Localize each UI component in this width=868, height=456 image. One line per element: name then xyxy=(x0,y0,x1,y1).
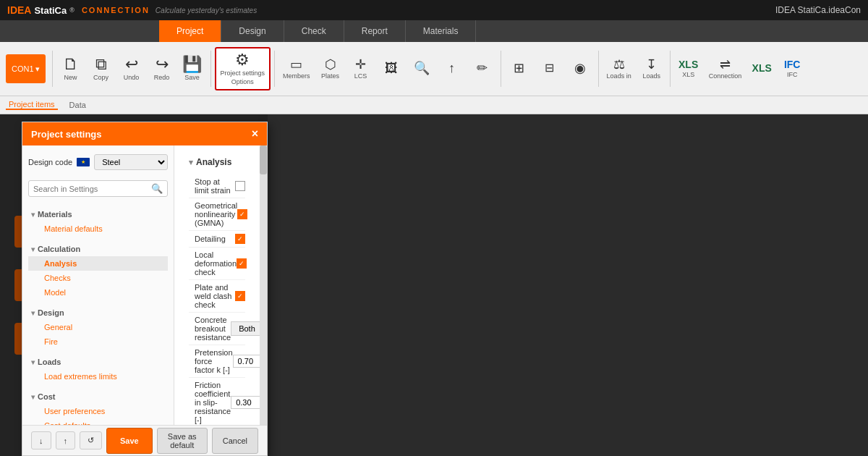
footer-down-button[interactable]: ↓ xyxy=(31,431,51,449)
plate-weld-checkbox[interactable]: ✓ xyxy=(235,291,245,301)
sub-tab-project-items[interactable]: Project items xyxy=(6,100,58,110)
sidebar-item-model[interactable]: Model xyxy=(28,285,168,300)
tab-report[interactable]: Report xyxy=(344,20,406,42)
logo-idea-text: IDEA xyxy=(7,4,31,16)
loads-chevron-icon: ▾ xyxy=(31,358,35,366)
gmna-checkbox[interactable]: ✓ xyxy=(237,209,247,219)
weld-button[interactable]: ◉ xyxy=(566,47,595,90)
copy-label: Copy xyxy=(93,74,109,81)
settings-row-gmna: Geometrical nonlinearity (GMNA) ✓ xyxy=(189,198,245,231)
cancel-button[interactable]: Cancel xyxy=(212,428,258,454)
local-deformation-control: ✓ xyxy=(237,258,247,269)
search-input[interactable] xyxy=(33,185,151,193)
lcs-label: LCS xyxy=(354,72,367,80)
sidebar-item-load-extremes[interactable]: Load extremes limits xyxy=(28,369,168,384)
calculation-section-header[interactable]: ▾ Calculation xyxy=(28,242,168,256)
table-button[interactable]: ⊟ xyxy=(535,47,564,90)
concrete-select[interactable]: Both Tension Shear None xyxy=(231,321,260,336)
new-button[interactable]: 🗋 New xyxy=(56,47,85,90)
xls-button[interactable]: XLS XLS xyxy=(674,47,703,90)
undo-label: Undo xyxy=(124,74,140,81)
top-bar: IDEA StatiCa ® CONNECTION Calculate yest… xyxy=(0,0,868,20)
gmna-control: ✓ xyxy=(237,209,247,219)
con1-button[interactable]: CON1 ▾ xyxy=(6,54,46,83)
search-button[interactable]: 🔍 xyxy=(407,47,436,90)
modal-footer: ↓ ↑ ↺ Save Save as default Cancel xyxy=(22,425,267,455)
grid-button[interactable]: ⊞ xyxy=(505,47,534,90)
design-code-select[interactable]: Steel xyxy=(94,154,168,170)
sidebar-item-cost-defaults[interactable]: Cost defaults xyxy=(28,418,168,425)
concrete-control: Both Tension Shear None xyxy=(231,321,260,336)
project-settings-button[interactable]: ⚙ Project settings Options xyxy=(215,47,271,90)
footer-nav-buttons: ↓ ↑ ↺ xyxy=(31,431,102,449)
con1-chevron-icon: ▾ xyxy=(35,64,40,74)
save-button[interactable]: Save xyxy=(106,428,153,454)
modal-close-button[interactable]: × xyxy=(252,127,258,140)
copy-button[interactable]: ⧉ Copy xyxy=(87,47,116,90)
cost-section-header[interactable]: ▾ Cost xyxy=(28,389,168,404)
plates-label: Plates xyxy=(321,72,339,80)
table-icon: ⊟ xyxy=(545,62,554,74)
connection-button[interactable]: ⇌ Connection xyxy=(705,47,746,90)
arrow-up-button[interactable]: ↑ xyxy=(438,47,467,90)
sidebar-item-fire[interactable]: Fire xyxy=(28,334,168,349)
local-deformation-checkbox[interactable]: ✓ xyxy=(237,258,247,269)
friction-input[interactable] xyxy=(231,396,260,409)
ifc-button[interactable]: IFC IFC xyxy=(778,47,807,90)
materials-chevron-icon: ▾ xyxy=(31,211,35,219)
design-section-header[interactable]: ▾ Design xyxy=(28,305,168,320)
undo-button[interactable]: ↩ Undo xyxy=(117,47,146,90)
materials-section-header[interactable]: ▾ Materials xyxy=(28,207,168,221)
edit-icon: ✏ xyxy=(477,62,488,75)
footer-reset-button[interactable]: ↺ xyxy=(80,431,102,449)
xls2-icon: XLS xyxy=(752,63,772,73)
loads-section-header[interactable]: ▾ Loads xyxy=(28,355,168,369)
tab-project[interactable]: Project xyxy=(159,20,221,42)
detailing-checkbox[interactable]: ✓ xyxy=(235,234,245,244)
pretension-label: Pretension force factor k [-] xyxy=(189,348,233,374)
members-icon: ▭ xyxy=(290,58,302,71)
loads-in-button[interactable]: ⚖ Loads in xyxy=(603,47,636,90)
toolbar: CON1 ▾ 🗋 New ⧉ Copy ↩ Undo ↪ Redo 💾 Save… xyxy=(0,42,868,96)
sub-tab-data[interactable]: Data xyxy=(67,101,89,109)
members-button[interactable]: ▭ Members xyxy=(278,47,315,90)
loads-button[interactable]: ↧ Loads xyxy=(637,47,666,90)
redo-button[interactable]: ↪ Redo xyxy=(148,47,176,90)
sidebar-item-user-preferences[interactable]: User preferences xyxy=(28,404,168,418)
scrollbar-thumb[interactable] xyxy=(260,145,267,174)
save-button[interactable]: 💾 Save xyxy=(178,47,207,90)
tab-materials[interactable]: Materials xyxy=(406,20,477,42)
save-as-default-button[interactable]: Save as default xyxy=(157,428,208,454)
scrollbar-track[interactable] xyxy=(260,145,267,425)
footer-action-buttons: Save Save as default Cancel xyxy=(106,428,258,454)
lcs-button[interactable]: ✛ LCS xyxy=(346,47,375,90)
logo-reg-text: ® xyxy=(69,7,75,14)
options-label: Options xyxy=(231,78,254,85)
loads-label: Loads xyxy=(642,72,660,80)
loads-in-label: Loads in xyxy=(607,72,631,80)
plates-button[interactable]: ⬡ Plates xyxy=(316,47,345,90)
modal-body: Design code ★ Steel 🔍 ▾ xyxy=(22,145,267,425)
sidebar-item-general[interactable]: General xyxy=(28,320,168,334)
xls2-button[interactable]: XLS xyxy=(747,47,776,90)
sidebar-item-checks[interactable]: Checks xyxy=(28,271,168,285)
tab-design[interactable]: Design xyxy=(221,20,284,42)
toolbar-separator-2 xyxy=(210,51,211,87)
picture-button[interactable]: 🖼 xyxy=(377,47,406,90)
connection-icon: ⇌ xyxy=(720,58,731,71)
save-icon: 💾 xyxy=(182,56,202,72)
toolbar-separator-1 xyxy=(52,51,53,87)
tab-check[interactable]: Check xyxy=(284,20,344,42)
arrow-up-icon: ↑ xyxy=(448,62,455,75)
sidebar-item-analysis[interactable]: Analysis xyxy=(28,256,168,271)
edit-button[interactable]: ✏ xyxy=(468,47,497,90)
footer-up-button[interactable]: ↑ xyxy=(56,431,76,449)
project-settings-modal: Project settings × Design code ★ Steel xyxy=(22,122,268,456)
sidebar-item-material-defaults[interactable]: Material defaults xyxy=(28,221,168,236)
analysis-chevron-icon: ▾ xyxy=(189,158,193,167)
sidebar-section-loads: ▾ Loads Load extremes limits xyxy=(28,355,168,384)
pretension-input[interactable] xyxy=(233,355,260,368)
design-section-label: Design xyxy=(38,308,64,317)
redo-icon: ↪ xyxy=(156,56,169,72)
stop-strain-checkbox[interactable] xyxy=(235,181,245,191)
